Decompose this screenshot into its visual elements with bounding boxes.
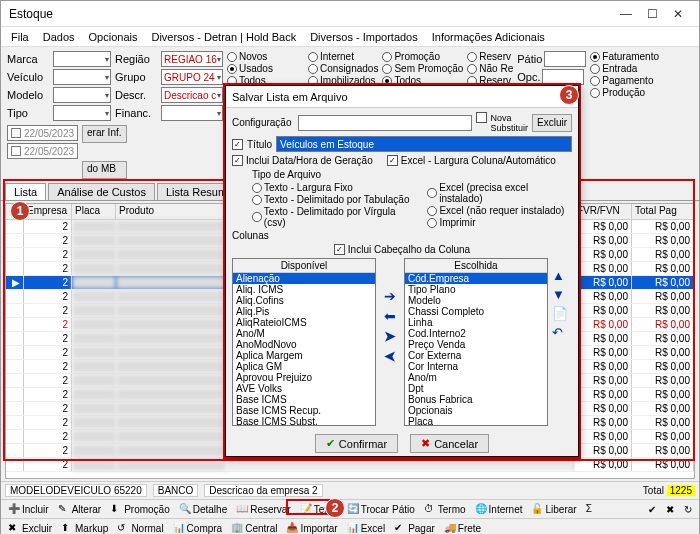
list-item[interactable]: Base ICMS Recup. <box>233 405 375 416</box>
list-item[interactable]: Preço Venda <box>405 339 547 350</box>
radio-reserv-1[interactable]: Reserv <box>467 51 513 62</box>
list-item[interactable]: Aliq.Cofins <box>233 295 375 306</box>
list-item[interactable]: Ano/m <box>405 372 547 383</box>
list-item[interactable]: Modelo <box>405 295 547 306</box>
list-item[interactable]: AVE Volks <box>233 383 375 394</box>
menu-info-adicionais[interactable]: Informações Adicionais <box>426 29 551 45</box>
list-item[interactable]: Aplica Margem <box>233 350 375 361</box>
list-item[interactable]: Aprovou Prejuizo <box>233 372 375 383</box>
radio-faturamento[interactable]: Faturamento <box>590 51 659 62</box>
toolbar-reservar[interactable]: 📖Reservar <box>233 502 294 516</box>
tipo-excel-2[interactable]: Excel (não requer instalado) <box>427 205 572 216</box>
titulo-check[interactable] <box>232 139 243 150</box>
toolbar-promoção[interactable]: ⬇Promoção <box>107 502 173 516</box>
toolbar-compra[interactable]: 📊Compra <box>170 521 226 534</box>
move-all-right-icon[interactable]: ➤ <box>384 328 396 344</box>
menu-opcionais[interactable]: Opcionais <box>83 29 144 45</box>
menu-fila[interactable]: Fila <box>5 29 35 45</box>
nova-check[interactable] <box>476 112 487 123</box>
maximize-button[interactable]: ☐ <box>639 4 665 24</box>
filter-grupo-select[interactable]: GRUPO 24 <box>161 69 223 85</box>
opc-select[interactable] <box>542 69 584 85</box>
list-item[interactable]: Aplica GM <box>233 361 375 372</box>
list-item[interactable]: Base ICMS Subst. <box>233 416 375 426</box>
list-item[interactable]: Chassi Completo <box>405 306 547 317</box>
move-down-icon[interactable]: ▼ <box>552 287 572 302</box>
toolbar-frete[interactable]: 🚚Frete <box>441 521 484 534</box>
toolbar-detalhe[interactable]: 🔍Detalhe <box>176 502 230 516</box>
excluir-config-button[interactable]: Excluir <box>532 114 572 132</box>
toolbar-markup[interactable]: ⬆Markup <box>58 521 111 534</box>
table-row[interactable]: 2xxxxxxxR$ 0,00R$ 0,00 <box>6 458 694 472</box>
move-up-icon[interactable]: ▲ <box>552 268 572 283</box>
do-mb-button[interactable]: do MB <box>82 161 126 179</box>
toolbar-incluir[interactable]: ➕Incluir <box>5 502 52 516</box>
list-item[interactable]: Opcionais <box>405 405 547 416</box>
toolbar-action[interactable]: ✖ <box>663 502 677 516</box>
undo-icon[interactable]: ↶ <box>552 325 572 340</box>
list-item[interactable]: Alienação <box>233 273 375 284</box>
menu-diversos-detran[interactable]: Diversos - Detran | Hold Back <box>145 29 302 45</box>
radio-pagamento[interactable]: Pagamento <box>590 75 659 86</box>
list-item[interactable]: Ano/M <box>233 328 375 339</box>
date-from-check[interactable] <box>11 128 21 138</box>
inclui-cab-check[interactable] <box>334 244 345 255</box>
toolbar-excluir[interactable]: ✖Excluir <box>5 521 55 534</box>
toolbar-internet[interactable]: 🌐Internet <box>472 502 526 516</box>
date-to[interactable]: 22/05/2023 <box>7 143 78 159</box>
radio-novos[interactable]: Novos <box>227 51 304 62</box>
preview-icon[interactable]: 📄 <box>552 306 572 321</box>
patio-select[interactable] <box>544 51 586 67</box>
toolbar-alterar[interactable]: ✎Alterar <box>55 502 104 516</box>
tipo-texto-tab[interactable]: Texto - Delimitado por Tabulação <box>252 194 417 205</box>
close-button[interactable]: ✕ <box>665 4 691 24</box>
filter-veiculo-select[interactable] <box>53 69 111 85</box>
col-empresa[interactable]: Empresa <box>24 204 72 219</box>
toolbar-liberar[interactable]: 🔓Liberar <box>528 502 579 516</box>
toolbar-importar[interactable]: 📥Importar <box>283 521 340 534</box>
list-item[interactable]: Base ICMS <box>233 394 375 405</box>
move-all-left-icon[interactable]: ➤ <box>384 348 396 364</box>
filter-descr-select[interactable]: Descricao c <box>161 87 223 103</box>
toolbar-termo[interactable]: ⏱Termo <box>421 502 469 516</box>
toolbar-excel[interactable]: 📊Excel <box>344 521 388 534</box>
list-item[interactable]: Placa <box>405 416 547 426</box>
filter-modelo-select[interactable] <box>53 87 111 103</box>
radio-nao-re[interactable]: Não Re <box>467 63 513 74</box>
date-from[interactable]: 22/05/2023 <box>7 125 78 141</box>
erar-inf-button[interactable]: erar Inf. <box>82 125 126 143</box>
menu-diversos-importados[interactable]: Diversos - Importados <box>304 29 424 45</box>
list-item[interactable]: AnoModNovo <box>233 339 375 350</box>
list-item[interactable]: Dpt <box>405 383 547 394</box>
tipo-excel-1[interactable]: Excel (precisa excel instalado) <box>427 182 572 204</box>
move-right-icon[interactable]: ➔ <box>384 288 396 304</box>
col-fvr[interactable]: FVR/FVN <box>574 204 632 219</box>
list-item[interactable]: Cor Externa <box>405 350 547 361</box>
list-item[interactable]: Cód.Empresa <box>405 273 547 284</box>
disponivel-list[interactable]: Disponível AlienaçãoAliq. ICMSAliq.Cofin… <box>232 258 376 426</box>
toolbar-pagar[interactable]: ✔Pagar <box>391 521 438 534</box>
list-item[interactable]: Cod.Interno2 <box>405 328 547 339</box>
toolbar-central[interactable]: 🏢Central <box>228 521 280 534</box>
list-item[interactable]: AliqRateioICMS <box>233 317 375 328</box>
filter-regiao-select[interactable]: REGIAO 16 <box>161 51 223 67</box>
tipo-texto-fixo[interactable]: Texto - Largura Fixo <box>252 182 417 193</box>
radio-entrada[interactable]: Entrada <box>590 63 659 74</box>
tipo-imprimir[interactable]: Imprimir <box>427 217 572 228</box>
inclui-data-check[interactable] <box>232 155 243 166</box>
toolbar-[interactable]: Σ <box>583 502 603 516</box>
move-left-icon[interactable]: ⬅ <box>384 308 396 324</box>
toolbar-trocar pátio[interactable]: 🔄Trocar Pátio <box>344 502 418 516</box>
radio-sem-promocao[interactable]: Sem Promoção <box>382 63 463 74</box>
col-placa[interactable]: Placa <box>72 204 116 219</box>
tab-analise[interactable]: Análise de Custos <box>48 183 155 200</box>
filter-financ-select[interactable] <box>161 105 223 121</box>
col-totalpag[interactable]: Total Pag <box>632 204 694 219</box>
escolhida-list[interactable]: Escolhida Cód.EmpresaTipo PlanoModeloCha… <box>404 258 548 426</box>
toolbar-normal[interactable]: ↺Normal <box>114 521 166 534</box>
tab-lista[interactable]: Lista <box>5 183 46 200</box>
minimize-button[interactable]: — <box>613 4 639 24</box>
menu-dados[interactable]: Dados <box>37 29 81 45</box>
config-select[interactable] <box>298 115 472 131</box>
radio-consignados[interactable]: Consignados <box>308 63 378 74</box>
